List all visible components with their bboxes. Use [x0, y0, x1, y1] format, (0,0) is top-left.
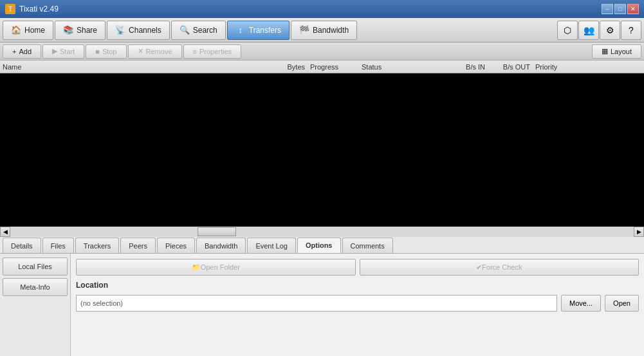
nav-home-label: Home	[24, 26, 45, 35]
toolbar: + Add ▶ Start ■ Stop ✕ Remove ≡ Properti…	[0, 42, 644, 61]
add-icon: +	[12, 48, 16, 55]
nav-home[interactable]: 🏠 Home	[3, 21, 53, 40]
app-title: Tixati v2.49	[19, 5, 602, 14]
nav-search[interactable]: 🔍 Search	[171, 21, 226, 40]
window-controls: – □ ✕	[602, 4, 639, 14]
nav-transfers-label: Transfers	[249, 26, 281, 35]
move-button[interactable]: Move...	[561, 295, 601, 312]
close-button[interactable]: ✕	[627, 4, 639, 14]
check-icon: ✔	[476, 263, 482, 272]
nav-transfers[interactable]: ↕ Transfers	[227, 21, 290, 40]
nav-bar: 🏠 Home 📚 Share 📡 Channels 🔍 Search ↕ Tra…	[0, 18, 644, 42]
open-folder-button[interactable]: 📁 Open Folder	[76, 259, 356, 276]
bandwidth-icon: 🏁	[299, 25, 309, 35]
scroll-right-arrow[interactable]: ▶	[634, 227, 644, 237]
start-button[interactable]: ▶ Start	[42, 44, 84, 59]
nav-bandwidth-label: Bandwidth	[313, 26, 349, 35]
share-icon: 📚	[63, 25, 73, 35]
stop-button[interactable]: ■ Stop	[86, 44, 126, 59]
tab-eventlog[interactable]: Event Log	[247, 238, 296, 253]
local-files-button[interactable]: Local Files	[3, 258, 68, 276]
options-content: 📁 Open Folder ✔ Force Check Location (no…	[71, 254, 644, 356]
action-buttons-row: 📁 Open Folder ✔ Force Check	[76, 259, 639, 276]
nav-channels-label: Channels	[129, 26, 161, 35]
home-icon: 🏠	[11, 25, 21, 35]
scroll-left-arrow[interactable]: ◀	[0, 227, 10, 237]
remove-icon: ✕	[138, 47, 143, 55]
channels-icon: 📡	[115, 25, 125, 35]
col-bytes[interactable]: Bytes	[273, 63, 305, 71]
remove-button[interactable]: ✕ Remove	[128, 44, 182, 59]
title-bar: T Tixati v2.49 – □ ✕	[0, 0, 644, 18]
layout-icon: ▦	[602, 47, 608, 55]
col-status[interactable]: Status	[356, 63, 440, 71]
location-value: (no selection)	[76, 295, 557, 312]
bottom-tabs-bar: Details Files Trackers Peers Pieces Band…	[0, 237, 644, 254]
bottom-panel: Local Files Meta-Info 📁 Open Folder ✔ Fo…	[0, 254, 644, 356]
search-icon: 🔍	[179, 25, 190, 35]
add-button[interactable]: + Add	[3, 44, 41, 59]
force-check-button[interactable]: ✔ Force Check	[360, 259, 639, 276]
scroll-thumb[interactable]	[198, 227, 236, 236]
location-row: (no selection) Move... Open	[76, 295, 639, 312]
col-bsout[interactable]: B/s OUT	[485, 63, 530, 71]
nav-channels[interactable]: 📡 Channels	[107, 21, 170, 40]
layout-button[interactable]: ▦ Layout	[592, 44, 641, 59]
nav-search-label: Search	[193, 26, 217, 35]
tab-details[interactable]: Details	[3, 238, 41, 253]
app-icon: T	[5, 4, 15, 14]
share2-icon-button[interactable]: ⬡	[557, 21, 578, 40]
left-sidebar: Local Files Meta-Info	[0, 254, 71, 356]
start-icon: ▶	[52, 47, 57, 55]
tab-peers[interactable]: Peers	[120, 238, 156, 253]
tab-bandwidth[interactable]: Bandwidth	[196, 238, 246, 253]
col-bsin[interactable]: B/s IN	[440, 63, 485, 71]
tab-comments[interactable]: Comments	[342, 238, 393, 253]
help-icon-button[interactable]: ?	[621, 21, 641, 40]
people-icon-button[interactable]: 👥	[578, 21, 599, 40]
maximize-button[interactable]: □	[614, 4, 626, 14]
scroll-track[interactable]	[10, 227, 634, 237]
properties-button[interactable]: ≡ Properties	[183, 44, 242, 59]
nav-bandwidth[interactable]: 🏁 Bandwidth	[291, 21, 357, 40]
column-header: Name Bytes Progress Status B/s IN B/s OU…	[0, 61, 644, 73]
col-progress[interactable]: Progress	[305, 63, 356, 71]
settings-icon-button[interactable]: ⚙	[600, 21, 620, 40]
folder-icon: 📁	[192, 263, 201, 272]
col-priority[interactable]: Priority	[530, 63, 641, 71]
open-button[interactable]: Open	[605, 295, 639, 312]
transfers-list[interactable]	[0, 73, 644, 227]
properties-icon: ≡	[193, 48, 197, 55]
nav-share[interactable]: 📚 Share	[55, 21, 106, 40]
minimize-button[interactable]: –	[602, 4, 613, 14]
meta-info-button[interactable]: Meta-Info	[3, 278, 68, 296]
nav-share-label: Share	[77, 26, 97, 35]
transfers-icon: ↕	[235, 25, 246, 35]
stop-icon: ■	[95, 48, 100, 55]
col-name[interactable]: Name	[3, 63, 273, 71]
tab-trackers[interactable]: Trackers	[75, 238, 119, 253]
location-label: Location	[76, 279, 639, 291]
tab-files[interactable]: Files	[42, 238, 74, 253]
tab-options[interactable]: Options	[297, 238, 341, 253]
tab-pieces[interactable]: Pieces	[157, 238, 195, 253]
icon-buttons: ⬡ 👥 ⚙ ?	[557, 21, 641, 40]
horizontal-scrollbar[interactable]: ◀ ▶	[0, 227, 644, 237]
